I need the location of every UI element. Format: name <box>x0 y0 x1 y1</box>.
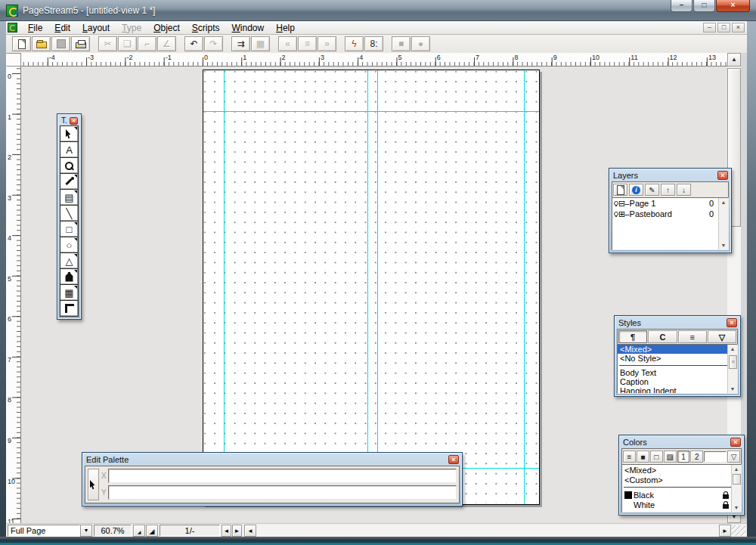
mdi-close-button[interactable]: × <box>732 23 745 33</box>
x-field[interactable] <box>108 469 457 483</box>
move-layer-up-button[interactable]: ↑ <box>661 184 675 196</box>
eyedropper-tool[interactable] <box>60 173 79 190</box>
layer-row[interactable]: ⊟--Page 10 <box>612 198 728 209</box>
styles-scrollbar-thumb[interactable]: ≡ <box>729 355 737 369</box>
scroll-up-icon[interactable]: ▲ <box>733 466 740 472</box>
pointer-tool[interactable] <box>60 125 79 142</box>
color-stroke-button[interactable]: □ <box>650 451 663 463</box>
menu-scripts[interactable]: Scripts <box>186 22 226 34</box>
color-menu-button[interactable]: ▽ <box>727 451 740 463</box>
margin-guide-right[interactable] <box>524 70 525 504</box>
page[interactable] <box>203 70 540 505</box>
new-layer-button[interactable] <box>613 184 627 196</box>
style-item[interactable]: <Mixed> <box>618 345 737 354</box>
margin-guide-top[interactable] <box>203 111 539 112</box>
minimize-button[interactable]: – <box>671 0 692 12</box>
toolbox-close-button[interactable]: × <box>70 117 78 125</box>
scroll-down-icon[interactable]: ▼ <box>733 505 740 510</box>
previous-page-button[interactable]: ◄ <box>222 525 231 537</box>
menu-edit[interactable]: Edit <box>48 22 76 34</box>
chevron-down-icon[interactable]: ▼ <box>80 525 92 537</box>
styles-list[interactable]: ▲ ≡ ▼ <Mixed><No Style>Body TextCaptionH… <box>617 344 738 394</box>
edit-layer-button[interactable]: ✎ <box>645 184 659 196</box>
ellipse-tool[interactable]: ○ <box>60 237 79 253</box>
menu-file[interactable]: File <box>22 22 48 34</box>
scroll-down-icon[interactable]: ▼ <box>720 243 727 248</box>
menu-window[interactable]: Window <box>226 22 271 34</box>
corner-tool[interactable] <box>60 300 79 317</box>
line-tool[interactable]: ╲ <box>60 205 79 221</box>
layer-visible-icon[interactable] <box>614 212 618 217</box>
layers-close-button[interactable]: × <box>717 171 728 180</box>
mdi-restore-button[interactable]: □ <box>717 23 730 33</box>
style-item[interactable]: <No Style> <box>618 354 737 363</box>
link-text-frames-button[interactable]: ⇉ <box>231 36 250 51</box>
color-item[interactable]: White <box>622 500 741 509</box>
magnify-tool[interactable] <box>60 157 79 174</box>
view-mode-dropdown[interactable]: Full Page ▼ <box>8 525 92 537</box>
text-frame-tool[interactable]: ▤ <box>60 189 79 206</box>
zoom-level[interactable]: 60.7% <box>94 525 132 537</box>
character-styles-tab[interactable]: C <box>648 330 677 343</box>
polygon-tool[interactable]: △ <box>60 252 79 269</box>
menu-layout[interactable]: Layout <box>76 22 116 34</box>
scroll-up-button[interactable]: ▲ <box>727 53 741 67</box>
zoom-out-button[interactable]: ◢ <box>133 525 145 537</box>
layers-title-bar[interactable]: Layers × <box>612 171 729 181</box>
edit-path-button[interactable]: 8: <box>364 36 383 51</box>
effects-button[interactable]: ϟ <box>345 36 364 51</box>
style-item[interactable]: Caption <box>618 377 737 386</box>
color-text-lines-button[interactable]: ≡ <box>623 451 636 463</box>
paragraph-styles-tab[interactable]: ¶ <box>618 330 647 343</box>
open-document-button[interactable] <box>32 36 51 51</box>
text-tool[interactable]: A <box>60 141 79 158</box>
layers-scrollbar[interactable]: ▲ ▼ <box>718 198 728 249</box>
grid-tool[interactable]: ▦ <box>60 284 79 301</box>
scroll-left-button[interactable]: ◄ <box>244 525 256 537</box>
colors-list[interactable]: ▲ ▼ <Mixed><Custom>BlackWhite <box>621 464 742 512</box>
new-document-button[interactable] <box>12 36 31 51</box>
styles-close-button[interactable]: × <box>727 318 737 327</box>
zoom-in-button[interactable]: ◢ <box>146 525 158 537</box>
y-field[interactable] <box>108 485 457 500</box>
box-tool[interactable]: □ <box>60 221 79 237</box>
color-fill-button[interactable]: ■ <box>637 451 649 463</box>
scroll-up-icon[interactable]: ▲ <box>720 200 727 205</box>
edit-palette-close-button[interactable]: × <box>448 455 459 464</box>
move-layer-down-button[interactable]: ↓ <box>677 184 691 196</box>
scroll-up-icon[interactable]: ▲ <box>729 346 736 351</box>
next-page-button[interactable]: ► <box>232 525 242 537</box>
colors-title-bar[interactable]: Colors × <box>621 438 742 448</box>
color-swatch[interactable] <box>704 451 727 462</box>
edit-palette-pointer-button[interactable] <box>88 469 99 500</box>
color-palette-2-button[interactable]: 2 <box>690 451 703 463</box>
color-item[interactable]: <Custom> <box>622 475 741 485</box>
margin-guide-left[interactable] <box>224 70 225 504</box>
color-palette-1-button[interactable]: 1 <box>677 451 690 463</box>
edit-palette-title-bar[interactable]: Edit Palette × <box>85 455 460 466</box>
layer-row[interactable]: ⊞--Pasteboard0 <box>612 209 728 219</box>
horizontal-scrollbar[interactable] <box>256 525 719 537</box>
page-indicator[interactable]: 1/- <box>160 525 220 537</box>
text-styles-tab[interactable]: ≡ <box>678 330 707 343</box>
colors-scrollbar-thumb[interactable] <box>733 474 741 485</box>
column-guide-right[interactable] <box>377 70 378 504</box>
ink-tool[interactable] <box>60 268 79 285</box>
color-item[interactable]: Black <box>622 490 741 500</box>
mdi-minimize-button[interactable]: – <box>703 23 716 33</box>
layer-info-button[interactable]: i <box>629 184 643 196</box>
layer-visible-icon[interactable] <box>614 201 618 206</box>
colors-scrollbar[interactable]: ▲ ▼ <box>731 465 741 512</box>
colors-close-button[interactable]: × <box>730 438 741 447</box>
menu-type[interactable]: Type <box>116 22 147 34</box>
print-document-button[interactable] <box>71 36 90 51</box>
menu-object[interactable]: Object <box>147 22 186 34</box>
layers-list[interactable]: ▲ ▼ ⊟--Page 10⊞--Pasteboard0 <box>612 197 729 250</box>
document-icon[interactable] <box>8 23 17 33</box>
close-button[interactable]: × <box>716 0 750 12</box>
color-none-button[interactable]: ▨ <box>664 451 677 463</box>
column-guide-left[interactable] <box>367 70 368 504</box>
style-item[interactable]: Hanging Indent <box>618 386 737 394</box>
styles-scrollbar[interactable]: ▲ ≡ ▼ <box>727 345 737 393</box>
tree-expander-icon[interactable]: ⊟-- <box>618 199 629 209</box>
